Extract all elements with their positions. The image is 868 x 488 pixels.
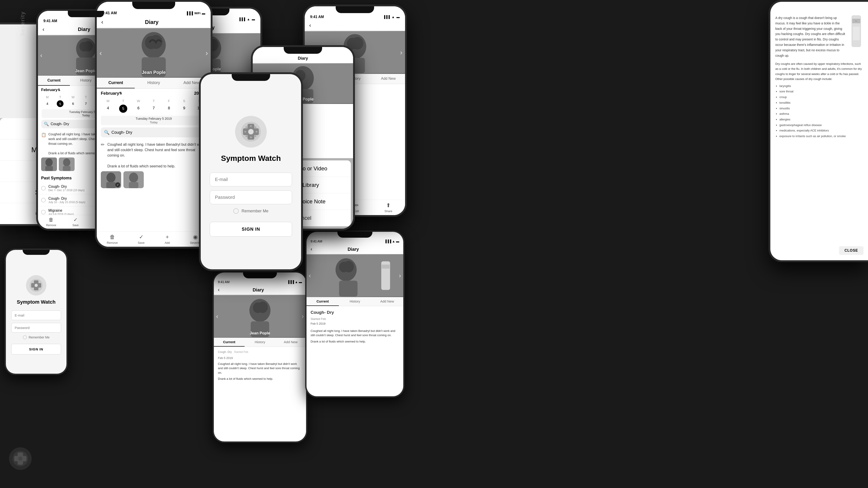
c-date-8[interactable]: 8 [162,105,176,113]
phone-detail-bottom-right: 9:41 AM ▐▐▐ ▲ ▬ ‹ Diary ‹ › Cur [305,230,405,398]
ps-battery: ▬ [252,18,255,21]
c-date-9[interactable]: 9 [177,105,191,113]
center-add-btn[interactable]: + Add [164,234,170,245]
sw-remember-label: Remember Me [241,209,268,214]
calendar-month-arrow[interactable]: ⇅ [58,88,60,92]
c-day-f: F [162,98,176,104]
sw-password-input[interactable] [210,191,292,204]
svg-rect-67 [382,265,390,269]
center-save-btn[interactable]: ✓ Save [138,234,145,245]
phone-symptom-watch: Symptom Watch Remember Me SIGN IN [199,72,303,271]
remove-button[interactable]: 🗑 Remove [46,217,56,227]
calendar-month: February [41,88,58,92]
article-list: laryngitis sore throat croup tonsillitis… [779,84,863,139]
sw-small-password[interactable] [11,323,61,332]
c-day-w: W [131,98,146,104]
center-hero: ‹ › Jean Pople [97,28,211,78]
phone-article: Rx A dry cough is a cough that doesn't b… [769,0,868,262]
sw-logo [235,116,267,148]
sw-title: Symptom Watch [221,154,281,163]
sw-email-input[interactable] [210,173,292,186]
db-tab-current[interactable]: Current [214,338,245,347]
svg-point-59 [257,302,268,313]
c-date-6[interactable]: 6 [131,105,146,113]
ddr-back-btn[interactable]: ‹ [311,246,312,252]
svg-point-38 [244,131,246,133]
center-month: February [101,91,119,96]
c-date-7[interactable]: 7 [147,105,161,113]
center-diary-icon: ✏ [101,142,105,147]
db-title: Diary [253,287,264,293]
center-search-input[interactable] [112,130,200,135]
svg-point-64 [343,261,354,272]
center-tab-current[interactable]: Current [97,78,135,88]
center-time: 9:41 AM [102,11,117,15]
sw-small-signin[interactable]: SIGN IN [11,344,61,355]
sw-small-remember: Remember Me [29,335,50,339]
date-4[interactable]: 4 [41,100,54,107]
center-diary-text: Coughed all night long. I have taken Ben… [107,142,207,169]
save-button[interactable]: ✓ Save [72,217,79,227]
article-close-btn[interactable]: CLOSE [839,246,864,255]
sw-signin-button[interactable]: SIGN IN [210,222,292,236]
date-6[interactable]: 6 [67,100,79,107]
c-date-4[interactable]: 4 [101,105,115,113]
photo-thumbnail-2[interactable] [59,158,74,171]
svg-point-20 [129,173,138,183]
dr-right-arrow[interactable]: › [400,48,402,56]
center-wifi: WiFi [194,11,200,15]
svg-point-6 [45,158,53,166]
photo-thumbnail[interactable] [41,158,57,171]
ddr-title: Diary [348,247,359,252]
tab-current[interactable]: Current [38,76,70,86]
hero-arrow-left[interactable]: ‹ [40,52,42,59]
sw-small-email[interactable] [11,311,61,320]
ddr-date: Feb 5 2019 [311,322,399,326]
search-icon: 🔍 [44,122,49,127]
svg-point-32 [250,125,252,127]
svg-point-33 [254,126,256,128]
center-left-arrow[interactable]: ‹ [99,49,102,57]
svg-rect-18 [106,182,116,188]
date-5[interactable]: 5 [57,100,64,107]
c-day-t1: T [116,98,130,104]
center-thumb-1[interactable]: ✓ [101,171,121,188]
day-header-w: W [67,94,79,100]
past-symptoms-title: Past Symptoms [41,176,72,181]
sw-remember-checkbox[interactable] [233,208,239,214]
sw-small-checkbox[interactable] [23,335,27,339]
db-tab-history[interactable]: History [245,338,275,347]
svg-rect-7 [45,166,53,171]
center-tab-history[interactable]: History [135,78,173,88]
db-left-arrow[interactable]: ‹ [216,313,218,320]
ddr-tab-add-new[interactable]: Add New [371,297,403,306]
ddr-right-arrow[interactable]: › [399,272,401,279]
center-month-arrow[interactable]: ⇅ [119,91,122,95]
center-back-btn[interactable]: ‹ [101,19,103,26]
db-back-btn[interactable]: ‹ [218,287,219,293]
center-remove-btn[interactable]: 🗑 Remove [107,234,118,245]
day-header-t2: T [80,94,92,100]
c-date-5[interactable]: 5 [119,105,127,113]
center-right-arrow[interactable]: › [206,49,208,57]
center-search-icon: 🔍 [104,130,110,135]
svg-point-34 [256,131,257,133]
ddr-tab-current[interactable]: Current [307,297,339,306]
c-day-t2: T [147,98,161,104]
ddr-left-arrow[interactable]: ‹ [309,272,311,279]
dr-wifi: ▲ [392,15,395,19]
center-thumb-2[interactable] [123,171,144,188]
db-right-arrow[interactable]: › [302,313,304,320]
dr-back-btn[interactable]: ‹ [309,22,311,29]
dr-share-btn[interactable]: ⬆ Share [384,202,393,213]
dr-tab-add-new[interactable]: Add New [372,74,405,84]
phone-diary-center: 9:41 AM ▐▐▐ WiFi ▬ ‹ Diary ‹ › J [95,0,213,249]
phone-sw-small: Symptom Watch Remember Me SIGN IN [4,249,68,375]
sw-small-title: Symptom Watch [17,299,56,305]
date-7[interactable]: 7 [80,100,92,107]
db-tab-add-new[interactable]: Add New [275,338,306,347]
ddr-tab-history[interactable]: History [339,297,371,306]
article-subtitle: Dry coughs are often caused by upper res… [775,61,863,81]
back-button[interactable]: ‹ [42,26,44,33]
c-day-s1: S [177,98,191,104]
